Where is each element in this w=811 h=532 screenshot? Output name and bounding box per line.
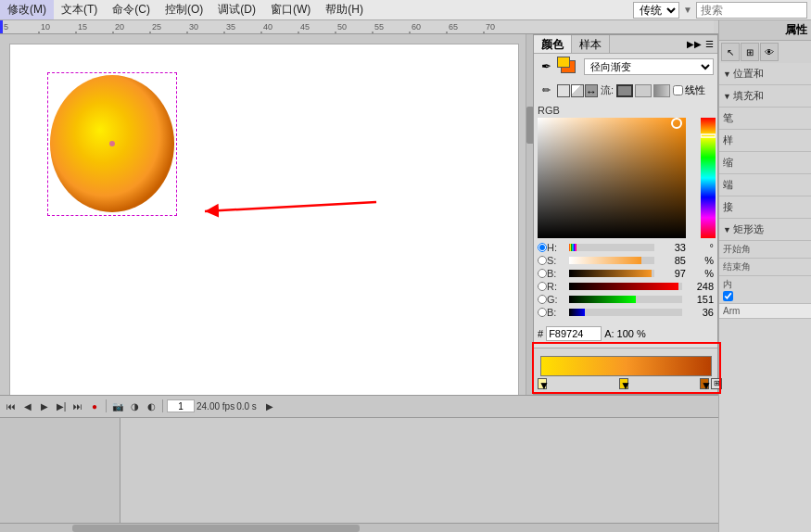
menu-modify[interactable]: 修改(M)	[0, 0, 54, 19]
svg-text:40: 40	[263, 22, 272, 32]
gradient-stop-0[interactable]: ▼	[538, 378, 547, 389]
inner-checkbox[interactable]	[723, 291, 733, 301]
r-radio[interactable]	[538, 282, 547, 291]
menu-window[interactable]: 窗口(W)	[263, 0, 318, 19]
rp-position-title[interactable]: ▼ 位置和	[723, 65, 807, 82]
rgb-label: RGB	[538, 105, 560, 116]
pencil-icon[interactable]: ✏	[538, 82, 554, 99]
ellipse-container	[47, 72, 177, 216]
rectsel-label: 矩形选	[733, 222, 764, 236]
s-radio[interactable]	[538, 256, 547, 265]
tab-color[interactable]: 颜色	[534, 35, 572, 53]
timeline-scrollbar[interactable]	[0, 523, 718, 532]
g-row: G: 151	[538, 294, 714, 305]
rp-fill-title[interactable]: ▼ 填充和	[723, 87, 807, 105]
flow-swatch-3[interactable]	[653, 84, 670, 97]
go-start-btn[interactable]: ⏮	[4, 399, 19, 413]
fill-none-icon[interactable]	[571, 84, 584, 97]
svg-text:65: 65	[449, 22, 458, 32]
rp-rectsel-title[interactable]: ▼ 矩形选	[723, 221, 807, 238]
r-row: R: 248	[538, 281, 714, 292]
panel-options: ▶▶ ☰	[685, 35, 717, 53]
layer-names-panel	[0, 418, 120, 523]
panel-close-btn[interactable]: ☰	[703, 39, 716, 49]
s-row: S: 85 %	[538, 255, 714, 266]
s-label: S:	[547, 255, 565, 266]
style-label: 样	[723, 133, 733, 147]
cp-row2: ✏ ↔ 流:	[534, 82, 717, 101]
linear-label: 线性	[685, 83, 705, 97]
search-input[interactable]	[696, 2, 807, 19]
style-select[interactable]: 传统	[633, 2, 679, 19]
menu-control[interactable]: 控制(O)	[158, 0, 210, 19]
step-fwd-btn[interactable]: ▶|	[54, 399, 69, 413]
rp-section-startangle: 开始角	[719, 241, 811, 259]
join-label: 接	[723, 200, 733, 214]
menu-debug[interactable]: 调试(D)	[210, 0, 263, 19]
svg-text:50: 50	[337, 22, 347, 32]
rp-section-endangle: 结束角	[719, 259, 811, 276]
record-btn[interactable]: ●	[87, 399, 102, 413]
menu-text[interactable]: 文本(T)	[54, 0, 105, 19]
menu-right: 传统 ▼	[633, 2, 811, 19]
svg-text:20: 20	[115, 22, 124, 32]
b-radio[interactable]	[538, 269, 547, 278]
r-label: R:	[547, 281, 565, 292]
onion-skin-icon[interactable]: ◑	[127, 399, 142, 413]
arm-label: Arm	[723, 306, 807, 316]
flow-swatch-2[interactable]	[635, 84, 652, 97]
linear-check[interactable]: 线性	[673, 83, 705, 97]
hue-bar-svg[interactable]	[701, 118, 716, 238]
gradient-bar-area[interactable]: ▼ ▼ ▼ ⊞	[534, 348, 717, 394]
stroke-color-icon[interactable]	[557, 84, 570, 97]
eyedropper-icon[interactable]: ✒	[538, 58, 554, 75]
play-btn[interactable]: ▶	[37, 399, 52, 413]
rp-section-inner: 内	[719, 276, 811, 304]
gradient-type-select[interactable]: 径向渐变	[584, 58, 714, 75]
linear-checkbox[interactable]	[673, 85, 683, 95]
rp-endcap-title[interactable]: 端	[723, 176, 807, 194]
color-swatches-icon[interactable]	[557, 57, 581, 77]
gradient-stop-2[interactable]: ▼	[700, 378, 709, 389]
rp-icon-eye[interactable]: 👁	[760, 43, 779, 61]
menu-command[interactable]: 命令(C)	[105, 0, 158, 19]
menu-help[interactable]: 帮助(H)	[318, 0, 371, 19]
color-square-svg[interactable]	[538, 118, 686, 238]
scrollbar-thumb	[526, 107, 533, 144]
rp-join-title[interactable]: 接	[723, 198, 807, 216]
go-end-btn[interactable]: ⏭	[70, 399, 85, 413]
hex-hash: #	[538, 328, 543, 339]
rp-pen-title[interactable]: 笔	[723, 109, 807, 127]
onion-skin2-icon[interactable]: ◐	[144, 399, 158, 413]
swap-icon[interactable]: ↔	[585, 84, 598, 97]
position-arrow: ▼	[723, 70, 731, 79]
rp-icon-pointer[interactable]: ↖	[721, 43, 740, 61]
color-picker-area[interactable]	[538, 118, 716, 238]
rp-style-title[interactable]: 样	[723, 132, 807, 149]
scroll-right-btn[interactable]: ▶	[262, 399, 277, 413]
h-radio[interactable]	[538, 243, 547, 252]
frame-input[interactable]: 1	[167, 399, 195, 412]
left-panel: // draw ruler marks inline via JS 5 10 1…	[0, 20, 718, 532]
flow-swatches	[616, 84, 670, 97]
camera-icon[interactable]: 📷	[110, 399, 125, 413]
hex-input[interactable]	[546, 326, 602, 341]
rp-icon-grid[interactable]: ⊞	[741, 43, 759, 61]
svg-rect-29	[0, 20, 3, 34]
tab-swatches[interactable]: 样本	[572, 35, 610, 53]
g-radio[interactable]	[538, 295, 547, 304]
step-back-btn[interactable]: ◀	[20, 399, 35, 413]
b2-radio[interactable]	[538, 308, 547, 317]
rp-scale-title[interactable]: 缩	[723, 154, 807, 171]
stage-scrollbar-v[interactable]	[526, 34, 533, 395]
gradient-grid-icon[interactable]: ⊞	[711, 378, 722, 389]
b-value: 97	[658, 268, 686, 279]
gradient-stop-1[interactable]: ▼	[619, 378, 628, 389]
gradient-bar[interactable]	[540, 356, 712, 376]
b2-bar	[569, 309, 682, 316]
h-row: H: 33 °	[538, 242, 714, 253]
b-row: B: 97 %	[538, 268, 714, 279]
flow-swatch-1[interactable]	[616, 84, 633, 97]
s-value: 85	[658, 255, 686, 266]
panel-menu-btn[interactable]: ▶▶	[685, 39, 703, 49]
